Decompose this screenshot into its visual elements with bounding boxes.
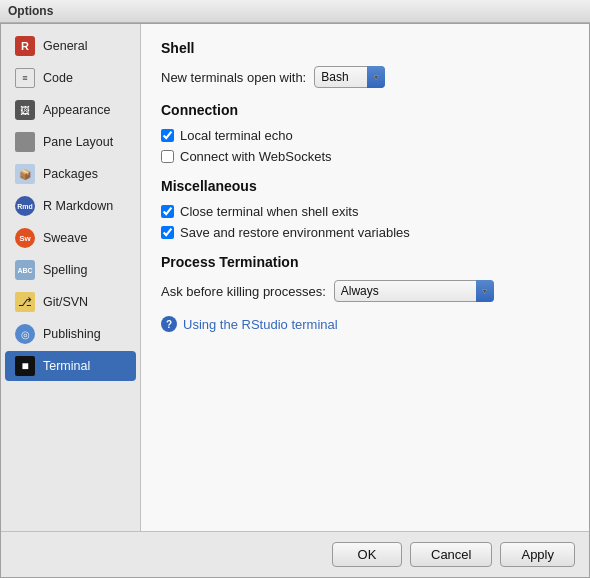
connection-section-title: Connection (161, 102, 569, 118)
websockets-label: Connect with WebSockets (180, 149, 332, 164)
close-on-exit-row: Close terminal when shell exits (161, 204, 569, 219)
kill-processes-row: Ask before killing processes: Always Nev… (161, 280, 569, 302)
spelling-icon: ABC (15, 260, 35, 280)
packages-icon: 📦 (15, 164, 35, 184)
help-link[interactable]: ? Using the RStudio terminal (161, 316, 569, 332)
new-terminals-label: New terminals open with: (161, 70, 306, 85)
sidebar-item-terminal[interactable]: ■ Terminal (5, 351, 136, 381)
kill-processes-select-wrapper: Always Never Ask ▼ (334, 280, 494, 302)
help-icon: ? (161, 316, 177, 332)
sidebar-label-general: General (43, 39, 87, 53)
new-terminals-select-wrapper: Bash Zsh sh Fish Default ▼ (314, 66, 385, 88)
r-markdown-icon: Rmd (15, 196, 35, 216)
section-shell: Shell New terminals open with: Bash Zsh … (161, 40, 569, 88)
sweave-icon: Sw (15, 228, 35, 248)
sidebar-label-packages: Packages (43, 167, 98, 181)
miscellaneous-section-title: Miscellaneous (161, 178, 569, 194)
sidebar-item-code[interactable]: ≡ Code (5, 63, 136, 93)
new-terminals-select[interactable]: Bash Zsh sh Fish Default (314, 66, 385, 88)
appearance-icon: 🖼 (15, 100, 35, 120)
save-restore-row: Save and restore environment variables (161, 225, 569, 240)
save-restore-checkbox[interactable] (161, 226, 174, 239)
section-miscellaneous: Miscellaneous Close terminal when shell … (161, 178, 569, 240)
sidebar-item-appearance[interactable]: 🖼 Appearance (5, 95, 136, 125)
bottom-bar: OK Cancel Apply (1, 531, 589, 577)
dialog: R General ≡ Code 🖼 Appearance Pane Layou… (0, 23, 590, 578)
close-on-exit-checkbox[interactable] (161, 205, 174, 218)
sidebar-item-pane-layout[interactable]: Pane Layout (5, 127, 136, 157)
section-process-termination: Process Termination Ask before killing p… (161, 254, 569, 302)
pane-layout-icon (15, 132, 35, 152)
websockets-row: Connect with WebSockets (161, 149, 569, 164)
kill-processes-label: Ask before killing processes: (161, 284, 326, 299)
window-title-bar: Options (0, 0, 590, 23)
terminal-icon: ■ (15, 356, 35, 376)
sidebar-label-git-svn: Git/SVN (43, 295, 88, 309)
main-panel: Shell New terminals open with: Bash Zsh … (141, 24, 589, 531)
ok-button[interactable]: OK (332, 542, 402, 567)
sidebar-item-sweave[interactable]: Sw Sweave (5, 223, 136, 253)
general-icon: R (15, 36, 35, 56)
window-title: Options (8, 4, 53, 18)
sidebar-label-pane-layout: Pane Layout (43, 135, 113, 149)
local-echo-checkbox[interactable] (161, 129, 174, 142)
cancel-button[interactable]: Cancel (410, 542, 492, 567)
sidebar-item-packages[interactable]: 📦 Packages (5, 159, 136, 189)
sidebar-label-publishing: Publishing (43, 327, 101, 341)
sidebar-label-appearance: Appearance (43, 103, 110, 117)
sidebar-label-sweave: Sweave (43, 231, 87, 245)
local-echo-row: Local terminal echo (161, 128, 569, 143)
sidebar-label-r-markdown: R Markdown (43, 199, 113, 213)
sidebar-item-spelling[interactable]: ABC Spelling (5, 255, 136, 285)
kill-processes-select[interactable]: Always Never Ask (334, 280, 494, 302)
sidebar-label-spelling: Spelling (43, 263, 87, 277)
git-svn-icon: ⎇ (15, 292, 35, 312)
publishing-icon: ◎ (15, 324, 35, 344)
new-terminals-row: New terminals open with: Bash Zsh sh Fis… (161, 66, 569, 88)
sidebar-item-general[interactable]: R General (5, 31, 136, 61)
sidebar-label-code: Code (43, 71, 73, 85)
shell-section-title: Shell (161, 40, 569, 56)
process-termination-title: Process Termination (161, 254, 569, 270)
close-on-exit-label: Close terminal when shell exits (180, 204, 358, 219)
websockets-checkbox[interactable] (161, 150, 174, 163)
apply-button[interactable]: Apply (500, 542, 575, 567)
local-echo-label: Local terminal echo (180, 128, 293, 143)
content-area: R General ≡ Code 🖼 Appearance Pane Layou… (1, 24, 589, 531)
code-icon: ≡ (15, 68, 35, 88)
sidebar-item-publishing[interactable]: ◎ Publishing (5, 319, 136, 349)
sidebar: R General ≡ Code 🖼 Appearance Pane Layou… (1, 24, 141, 531)
help-link-label: Using the RStudio terminal (183, 317, 338, 332)
section-connection: Connection Local terminal echo Connect w… (161, 102, 569, 164)
sidebar-label-terminal: Terminal (43, 359, 90, 373)
sidebar-item-r-markdown[interactable]: Rmd R Markdown (5, 191, 136, 221)
sidebar-item-git-svn[interactable]: ⎇ Git/SVN (5, 287, 136, 317)
save-restore-label: Save and restore environment variables (180, 225, 410, 240)
